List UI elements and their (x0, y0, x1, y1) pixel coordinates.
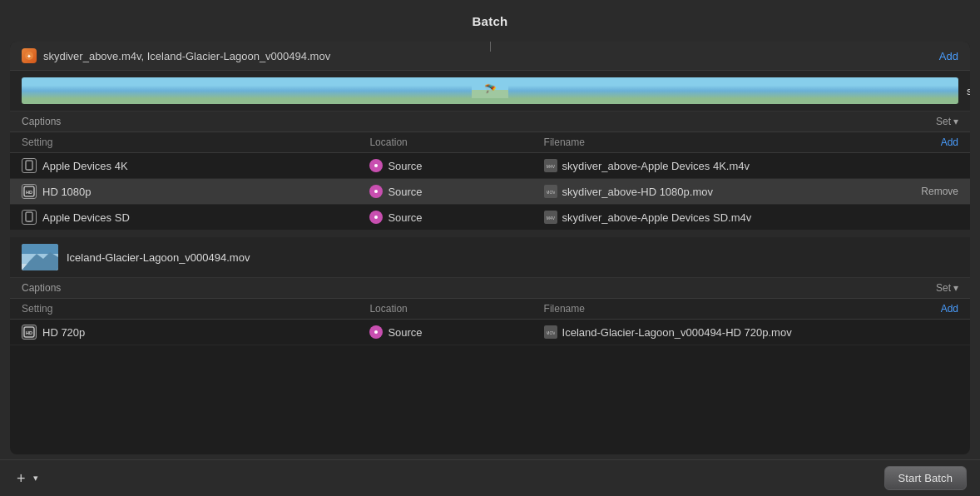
file2-col-headers: Setting Location Filename Add (10, 299, 970, 320)
file1-row3-filename: M4V skydiver_above-Apple Devices SD.m4v (544, 211, 892, 224)
svg-rect-25 (22, 244, 58, 254)
file1-captions-label: Captions (22, 116, 61, 127)
file1-set-dropdown[interactable]: Set ▾ (936, 116, 958, 127)
svg-text:HD: HD (26, 190, 32, 195)
file1-row1-location-icon (369, 159, 383, 172)
file1-row2-setting: HD HD 1080p (22, 184, 369, 199)
svg-point-15 (374, 190, 378, 193)
file2-row1-location: Source (369, 325, 543, 339)
file2-set-dropdown[interactable]: Set ▾ (936, 282, 958, 294)
group-spacer (10, 231, 970, 237)
file1-row2-location: Source (369, 185, 543, 198)
file1-row3-setting-icon (22, 210, 37, 225)
file1-row1-filename: M4V skydiver_above-Apple Devices 4K.m4v (544, 159, 892, 172)
file1-thumbnail: 🪂 (22, 77, 958, 104)
add-button-group: + ▾ (13, 469, 41, 488)
file1-row3-location: Source (369, 211, 543, 224)
start-batch-button[interactable]: Start Batch (884, 466, 967, 490)
file2-row1-setting-icon: HD (22, 325, 37, 340)
file1-row2-remove-button[interactable]: Remove (892, 186, 958, 197)
svg-text:M4V: M4V (547, 164, 555, 169)
file2-thumbnail (22, 244, 58, 270)
svg-text:HD: HD (26, 330, 32, 335)
file2-row1-file-icon: MOV (544, 325, 557, 339)
svg-text:✦: ✦ (27, 53, 32, 59)
file2-col-setting: Setting (22, 303, 369, 315)
file1-item: 🪂 skydiver_above.m4v (10, 71, 970, 112)
file1-name: skydiver_above.m4v (967, 85, 970, 97)
file2-row1-location-icon (369, 325, 383, 339)
file2-item: Iceland-Glacier-Lagoon_v000494.mov (10, 237, 970, 278)
svg-point-9 (374, 164, 378, 167)
svg-text:MOV: MOV (547, 330, 555, 335)
svg-text:M4V: M4V (547, 216, 555, 221)
svg-rect-18 (26, 212, 32, 221)
file1-row3-setting: Apple Devices SD (22, 210, 369, 225)
file1-row1-location: Source (369, 159, 543, 172)
group1-title: skydiver_above.m4v, Iceland-Glacier-Lago… (43, 50, 330, 62)
svg-rect-6 (26, 161, 32, 170)
add-button[interactable]: + (13, 469, 29, 488)
group1-icon: ✦ (22, 48, 37, 63)
file2-col-filename: Filename (544, 303, 892, 315)
file2-row1-filename: MOV Iceland-Glacier-Lagoon_v000494-HD 72… (544, 325, 892, 339)
file1-row2-filename: MOV skydiver_above-HD 1080p.mov (544, 185, 892, 198)
file1-col-add[interactable]: Add (892, 136, 958, 148)
file1-captions-bar: Captions Set ▾ (10, 112, 970, 132)
svg-point-32 (374, 330, 378, 334)
file2-col-add[interactable]: Add (892, 303, 958, 315)
svg-text:🪂: 🪂 (484, 82, 497, 95)
file1-row1-file-icon: M4V (544, 159, 557, 172)
file1-row-3[interactable]: Apple Devices SD Source M4V skydiver_abo… (10, 205, 970, 231)
bottom-toolbar: + ▾ Start Batch (0, 459, 980, 496)
title-bar: Batch (0, 0, 980, 42)
svg-point-21 (374, 216, 378, 219)
file1-row3-file-icon: M4V (544, 211, 557, 224)
group1-add-button[interactable]: Add (939, 50, 958, 62)
file1-col-setting: Setting (22, 136, 369, 148)
svg-rect-7 (27, 170, 31, 171)
file1-col-headers: Setting Location Filename Add (10, 132, 970, 153)
content-scroll[interactable]: ✦ skydiver_above.m4v, Iceland-Glacier-La… (10, 42, 970, 454)
file1-row-1[interactable]: Apple Devices 4K Source M4V skydiver_abo… (10, 153, 970, 179)
file1-row2-setting-icon: HD (22, 184, 37, 199)
file1-row1-setting: Apple Devices 4K (22, 158, 369, 173)
file1-col-filename: Filename (544, 136, 892, 148)
file2-col-location: Location (369, 303, 543, 315)
file1-row2-file-icon: MOV (544, 185, 557, 198)
group1-header-left: ✦ skydiver_above.m4v, Iceland-Glacier-La… (22, 48, 330, 63)
file1-row2-location-icon (369, 185, 383, 198)
file2-row-1[interactable]: HD HD 720p Source MOV Iceland-Glacier-La… (10, 320, 970, 345)
file1-row3-location-icon (369, 211, 383, 224)
file2-name: Iceland-Glacier-Lagoon_v000494.mov (67, 251, 250, 264)
file1-col-location: Location (369, 136, 543, 148)
add-chevron-icon[interactable]: ▾ (31, 471, 41, 485)
svg-rect-19 (27, 221, 31, 222)
window-title: Batch (472, 14, 507, 28)
file1-row1-setting-icon (22, 158, 37, 173)
file2-captions-bar: Captions Set ▾ (10, 278, 970, 299)
svg-text:MOV: MOV (547, 190, 555, 195)
file2-captions-label: Captions (22, 282, 61, 294)
file2-row1-setting: HD HD 720p (22, 325, 369, 340)
file1-row-2[interactable]: HD HD 1080p Source MOV skydiver_above-HD… (10, 179, 970, 205)
